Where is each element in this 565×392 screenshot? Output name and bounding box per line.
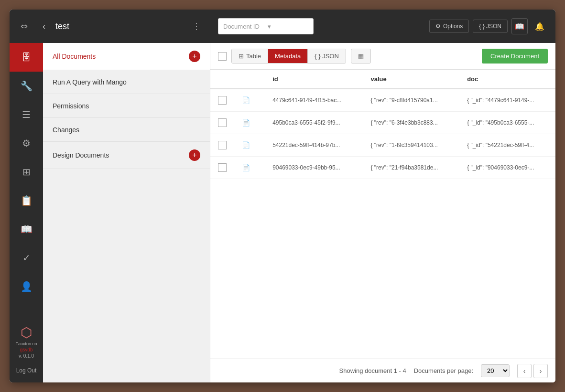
main-layout: 🗄 🔧 ☰ ⚙ ⊞ 📋 📖 ✓ 👤 xyxy=(10,43,555,382)
create-document-btn[interactable]: Create Document xyxy=(482,49,548,64)
content-area: ⊞ Table Metadata { } JSON ▦ Create Docum… xyxy=(210,43,555,382)
sidebar-icon-databases[interactable]: 🗄 xyxy=(10,43,43,72)
app-window: ⇔ ‹ test ⋮ Document ID ▾ ⚙ Options { } J… xyxy=(10,10,555,382)
gear-icon: ⚙ xyxy=(435,23,441,30)
sidebar-icon-check[interactable]: ✓ xyxy=(10,244,43,272)
row-value-1: { "rev": "6-3f4e3bb3c883... xyxy=(363,112,460,134)
more-options-btn[interactable]: ⋮ xyxy=(188,19,205,33)
book-icon: 📖 xyxy=(21,223,33,235)
row-icon-cell: 📄 xyxy=(234,112,265,134)
next-page-btn[interactable]: › xyxy=(533,364,548,378)
col-id-label: id xyxy=(265,70,363,89)
table-body: 📄 4479c641-9149-4f15-bac... { "rev": "9-… xyxy=(210,89,555,179)
sidebar-icon-gear[interactable]: ⚙ xyxy=(10,129,43,158)
app-name: Fauxton on xyxy=(15,341,37,346)
nav-item-permissions[interactable]: Permissions xyxy=(43,94,210,118)
add-design-doc-btn[interactable]: + xyxy=(189,149,200,161)
sidebar-toggle-btn[interactable]: ⇔ xyxy=(15,18,33,35)
options-label: Options xyxy=(443,23,463,30)
doc-icon-1: 📄 xyxy=(242,119,250,127)
row-value-2: { "rev": "1-f9c359414103... xyxy=(363,134,460,157)
wrench-icon: 🔧 xyxy=(21,80,33,92)
table-row: 📄 495b0ca3-6555-45f2-9f9... { "rev": "6-… xyxy=(210,112,555,134)
table-row: 📄 4479c641-9149-4f15-bac... { "rev": "9-… xyxy=(210,89,555,112)
nav-item-design-documents[interactable]: Design Documents + xyxy=(43,142,210,169)
nav-item-all-documents[interactable]: All Documents + xyxy=(43,43,210,70)
row-checkbox-cell xyxy=(210,134,234,157)
sidebar-bottom: ⬡ Fauxton on gsydb v. 0.1.0 Log Out xyxy=(10,320,43,382)
tab-json[interactable]: { } JSON xyxy=(308,49,346,63)
grid-icon: ⊞ xyxy=(22,166,31,178)
doc-icon-3: 📄 xyxy=(242,164,250,171)
row-checkbox-cell xyxy=(210,89,234,112)
doc-id-placeholder: Document ID xyxy=(223,23,264,30)
bell-icon: 🔔 xyxy=(535,22,544,31)
table-header-row: id value doc xyxy=(210,70,555,89)
table-row: 📄 54221dec-59ff-414b-97b... { "rev": "1-… xyxy=(210,134,555,157)
data-table: id value doc 📄 4479c641-9149-4f15-bac...… xyxy=(210,70,555,359)
topbar-left: ⇔ ‹ test ⋮ xyxy=(10,18,210,35)
sidebar-icon-list[interactable]: ☰ xyxy=(10,100,43,129)
clipboard-icon: 📋 xyxy=(21,195,33,206)
json-btn[interactable]: { } JSON xyxy=(473,20,508,33)
row-id-3[interactable]: 90469033-0ec9-49bb-95... xyxy=(265,157,363,179)
back-button[interactable]: ‹ xyxy=(37,20,51,33)
sidebar-icon-grid[interactable]: ⊞ xyxy=(10,158,43,186)
row-checkbox-cell xyxy=(210,112,234,134)
row-checkbox-3[interactable] xyxy=(218,163,227,172)
sidebar-icon-clipboard[interactable]: 📋 xyxy=(10,186,43,215)
prev-page-btn[interactable]: ‹ xyxy=(517,364,532,378)
book-icon-btn[interactable]: 📖 xyxy=(511,18,528,34)
tab-json-label: { } JSON xyxy=(315,53,339,60)
nav-label-changes: Changes xyxy=(53,126,79,134)
pagination-btns: ‹ › xyxy=(517,364,548,378)
tab-metadata[interactable]: Metadata xyxy=(268,49,308,63)
content-footer: Showing document 1 - 4 Documents per pag… xyxy=(210,359,555,382)
per-page-select[interactable]: 20 50 100 xyxy=(481,364,510,377)
add-document-btn[interactable]: + xyxy=(189,51,200,62)
select-all-checkbox[interactable] xyxy=(218,52,227,61)
topbar-right: Document ID ▾ ⚙ Options { } JSON 📖 🔔 xyxy=(210,18,555,34)
sidebar-icon-wrench[interactable]: 🔧 xyxy=(10,72,43,100)
back-icon: ‹ xyxy=(43,21,45,32)
logout-btn[interactable]: Log Out xyxy=(12,363,41,378)
bell-btn[interactable]: 🔔 xyxy=(532,18,548,34)
table-icon: ⊞ xyxy=(239,53,244,60)
row-checkbox-0[interactable] xyxy=(218,96,227,105)
col-checkbox xyxy=(210,70,234,89)
row-id-1[interactable]: 495b0ca3-6555-45f2-9f9... xyxy=(265,112,363,134)
sidebar-icon-user[interactable]: 👤 xyxy=(10,272,43,301)
documents-table: id value doc 📄 4479c641-9149-4f15-bac...… xyxy=(210,70,555,179)
options-btn[interactable]: ⚙ Options xyxy=(429,20,469,33)
row-id-0[interactable]: 4479c641-9149-4f15-bac... xyxy=(265,89,363,112)
user-icon: 👤 xyxy=(21,281,33,292)
row-icon-cell: 📄 xyxy=(234,89,265,112)
logo-icon: ⬡ xyxy=(21,325,32,340)
row-doc-2: { "_id": "54221dec-59ff-4... xyxy=(459,134,555,157)
doc-id-select[interactable]: Document ID ▾ xyxy=(218,18,314,34)
row-icon-cell: 📄 xyxy=(234,157,265,179)
extra-view-btn[interactable]: ▦ xyxy=(351,49,371,64)
db-title: test xyxy=(55,21,184,32)
row-checkbox-1[interactable] xyxy=(218,118,227,127)
topbar: ⇔ ‹ test ⋮ Document ID ▾ ⚙ Options { } J… xyxy=(10,10,555,43)
content-toolbar: ⊞ Table Metadata { } JSON ▦ Create Docum… xyxy=(210,43,555,70)
dropdown-arrow-icon: ▾ xyxy=(268,23,308,30)
database-icon: 🗄 xyxy=(22,52,31,63)
row-checkbox-cell xyxy=(210,157,234,179)
row-doc-0: { "_id": "4479c641-9149-... xyxy=(459,89,555,112)
view-tabs: ⊞ Table Metadata { } JSON xyxy=(231,49,346,64)
tab-table-label: Table xyxy=(246,53,261,60)
row-doc-1: { "_id": "495b0ca3-6555-... xyxy=(459,112,555,134)
row-checkbox-2[interactable] xyxy=(218,141,227,149)
nav-item-run-query[interactable]: Run A Query with Mango xyxy=(43,70,210,94)
sidebar-icon-book[interactable]: 📖 xyxy=(10,215,43,244)
list-icon: ☰ xyxy=(22,109,31,120)
version: v. 0.1.0 xyxy=(19,353,34,359)
doc-icon-0: 📄 xyxy=(242,96,250,104)
row-id-2[interactable]: 54221dec-59ff-414b-97b... xyxy=(265,134,363,157)
tab-table[interactable]: ⊞ Table xyxy=(232,49,268,63)
icon-sidebar: 🗄 🔧 ☰ ⚙ ⊞ 📋 📖 ✓ 👤 xyxy=(10,43,43,382)
nav-item-changes[interactable]: Changes xyxy=(43,118,210,142)
table-row: 📄 90469033-0ec9-49bb-95... { "rev": "21-… xyxy=(210,157,555,179)
